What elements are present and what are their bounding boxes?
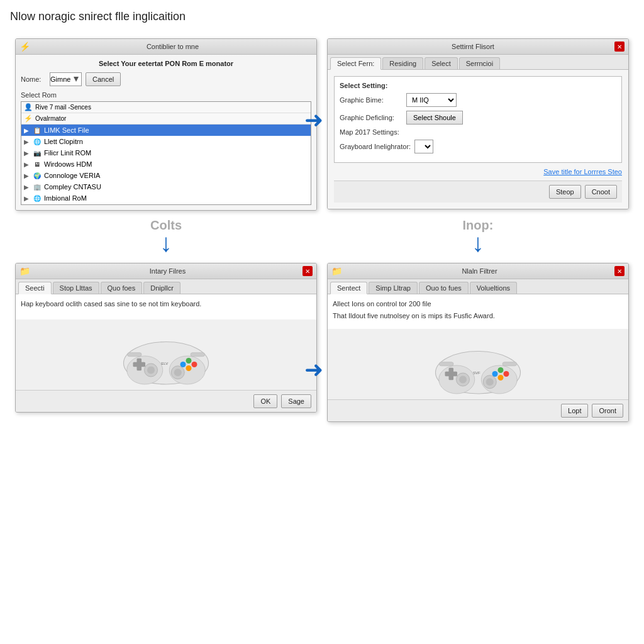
nlaln-footer: Lopt Oront	[328, 399, 628, 421]
tab-dnipllcr[interactable]: Dnipllcr	[143, 282, 180, 294]
settings-tabs-bar: Select Fern: Residing Select Serrncioi	[328, 55, 628, 70]
down-arrow-right: ↓	[472, 230, 484, 255]
gamepad-svg-left: ELV	[119, 325, 213, 387]
file-icon: 📋	[33, 126, 42, 135]
svg-point-6	[174, 369, 182, 376]
list-item-label-7: Imbional RoM	[44, 194, 87, 202]
expand-arrow-3: ▶	[24, 150, 30, 157]
settings-title: Settirnt Flisort	[331, 43, 614, 50]
tab-stop-llttas[interactable]: Stop Llttas	[53, 282, 99, 294]
svg-point-25	[498, 367, 504, 373]
tab-ouo-fues[interactable]: Ouo to fues	[419, 282, 469, 294]
svg-point-27	[492, 371, 498, 377]
tab-select[interactable]: Select	[425, 57, 458, 69]
svg-point-28	[498, 375, 504, 380]
svg-point-26	[504, 371, 509, 377]
list-item-label-6: Compley CNTASU	[44, 183, 101, 191]
tab-simp-lltrap[interactable]: Simp Lltrap	[369, 282, 418, 294]
intary-filres-window: 📁 Intary Filres ✕ Seecti Stop Llttas Quo…	[15, 263, 317, 413]
contributor-window: ⚡ Contiblier to mne Select Your eetertat…	[15, 38, 317, 211]
contributor-icon: ⚡	[19, 42, 30, 52]
expand-arrow-5: ▶	[24, 172, 30, 179]
settings-close-button[interactable]: ✕	[614, 42, 625, 52]
list-item-3[interactable]: ▶ 📷 Filicr Linit ROM	[21, 147, 311, 158]
file-icon-4: 🖥	[33, 160, 42, 169]
tab-volueltions[interactable]: Volueltions	[470, 282, 517, 294]
nlaln-icon: 📁	[331, 266, 342, 276]
expand-arrow: ▶	[24, 127, 30, 134]
cnoot-button[interactable]: Cnoot	[585, 185, 617, 199]
select-shoule-button[interactable]: Select Shoule	[406, 111, 463, 125]
nlaln-text2: That Ildout five nutnolsey on is mips it…	[333, 311, 623, 321]
tab-sentect[interactable]: Sentect	[330, 282, 367, 294]
contributor-subtitle: Select Your eetertat PON Rom E monator	[21, 60, 311, 67]
settings-window: Settirnt Flisort ✕ Select Fern: Residing…	[327, 38, 629, 209]
intary-close-button[interactable]: ✕	[303, 266, 313, 276]
expand-arrow-4: ▶	[24, 161, 30, 168]
svg-rect-24	[445, 372, 458, 377]
list-item-label-3: Filicr Linit ROM	[44, 149, 91, 157]
list-item-2[interactable]: ▶ 🌐 Llett Clopitrn	[21, 136, 311, 147]
svg-text:SVF: SVF	[473, 371, 480, 375]
oront-button[interactable]: Oront	[592, 404, 623, 418]
tab-serrncioi[interactable]: Serrncioi	[459, 57, 500, 69]
ok-button[interactable]: OK	[253, 394, 277, 408]
settings-group: Select Setting: Graphic Bime: M IIQ Grap…	[334, 76, 622, 163]
graphic-bime-select[interactable]: M IIQ	[406, 93, 457, 107]
svg-rect-8	[133, 362, 146, 367]
cancel-button[interactable]: Cancel	[86, 72, 121, 86]
intary-title: Intary Filres	[33, 267, 303, 275]
gamepad-area-left: ELV	[16, 319, 316, 390]
rom-section-label: Select Rom	[21, 91, 311, 99]
nlaln-tabs-bar: Sentect Simp Lltrap Ouo to fues Voluelti…	[328, 279, 628, 294]
svg-rect-31	[502, 362, 517, 366]
nlaln-content: Allect Ions on control tor 200 file That…	[328, 294, 628, 329]
intary-tabs-bar: Seecti Stop Llttas Quo foes Dnipllcr	[16, 279, 316, 294]
nlaln-title: Nlaln Filtrer	[345, 267, 614, 275]
settings-footer: Steop Cnoot	[334, 180, 622, 203]
list-item-label: LIMK Sect File	[44, 126, 89, 134]
save-link[interactable]: Save title for Lorrres Steo	[334, 168, 622, 175]
expand-arrow-2: ▶	[24, 138, 30, 145]
map-settings-label: Map 2017 Settings:	[340, 128, 402, 136]
list-item-5[interactable]: ▶ 🌍 Connologe VERIA	[21, 170, 311, 181]
file-list-header: 👤Rive 7 mail -Sences	[21, 102, 311, 113]
file-list-header2: ⚡Ovalrmator	[21, 113, 311, 125]
lopt-button[interactable]: Lopt	[561, 404, 588, 418]
list-item-4[interactable]: ▶ 🖥 Wirdoows HDM	[21, 158, 311, 170]
intary-text: Hap keyboard oclith cased sas sine to se…	[21, 299, 311, 309]
file-icon-2: 🌐	[33, 137, 42, 146]
file-icon-3: 📷	[33, 148, 42, 157]
grayboard-select[interactable]	[414, 140, 433, 153]
contributor-title: Contiblier to mne	[33, 43, 313, 50]
page-title: Nlow noragic snirect flle inglicaition	[10, 10, 634, 23]
steop-button[interactable]: Steop	[549, 185, 581, 199]
svg-rect-30	[440, 362, 454, 366]
intary-icon: 📁	[19, 266, 30, 276]
list-item-selected[interactable]: ▶ 📋 LIMK Sect File	[21, 125, 311, 136]
svg-text:ELV: ELV	[161, 362, 168, 365]
tab-seecti[interactable]: Seecti	[18, 282, 52, 294]
intary-filres-titlebar: 📁 Intary Filres ✕	[16, 264, 316, 279]
list-item-6[interactable]: ▶ 🏢 Compley CNTASU	[21, 181, 311, 192]
svg-point-20	[459, 375, 467, 383]
tab-select-fern[interactable]: Select Fern:	[330, 57, 381, 70]
file-icon-5: 🌍	[33, 171, 42, 180]
list-item-7[interactable]: ▶ 🌐 Imbional RoM	[21, 192, 311, 204]
svg-rect-15	[191, 353, 205, 357]
file-list[interactable]: 👤Rive 7 mail -Sences ⚡Ovalrmator ▶ 📋 LIM…	[21, 101, 311, 205]
intary-content: Hap keyboard oclith cased sas sine to se…	[16, 294, 316, 319]
gamepad-area-right: SVF	[328, 329, 628, 399]
svg-point-22	[486, 378, 494, 386]
contributor-titlebar: ⚡ Contiblier to mne	[16, 39, 316, 55]
nlaln-text1: Allect Ions on control tor 200 file	[333, 299, 623, 309]
right-arrow-top: ➜	[304, 109, 323, 131]
graphic-bime-label: Graphic Bime:	[340, 96, 402, 104]
tab-residing[interactable]: Residing	[382, 57, 423, 69]
tab-quo-foes[interactable]: Quo foes	[101, 282, 143, 294]
sage-button[interactable]: Sage	[281, 394, 311, 408]
name-select[interactable]: Gimne	[50, 72, 82, 86]
svg-rect-14	[128, 353, 142, 357]
svg-point-10	[192, 362, 197, 367]
nlaln-close-button[interactable]: ✕	[614, 266, 625, 276]
